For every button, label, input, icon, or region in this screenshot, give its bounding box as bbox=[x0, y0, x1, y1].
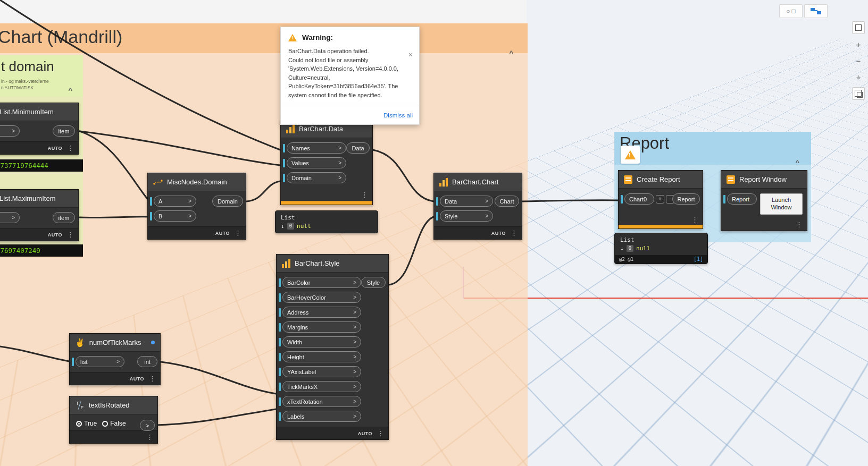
input-port-width[interactable]: Width> bbox=[282, 336, 361, 348]
kebab-menu-icon[interactable]: ⋮ bbox=[361, 191, 368, 198]
input-port-values[interactable]: Values> bbox=[287, 157, 346, 168]
close-icon[interactable]: × bbox=[408, 50, 413, 59]
input-port-tickmarksx[interactable]: TickMarksX> bbox=[282, 381, 361, 392]
node-textisrotated-header[interactable]: TF textIsRotated bbox=[70, 396, 157, 414]
input-port-height[interactable]: Height> bbox=[282, 351, 361, 362]
node-list-minimumitem-header[interactable]: List.MinimumItem bbox=[0, 103, 78, 121]
preview-bubble-create-report[interactable]: List ↓ 0 null @2 @1 [1] bbox=[614, 233, 708, 264]
node-list-maximumitem[interactable]: List.MaximumItem > item AUTO ⋮ bbox=[0, 189, 79, 241]
output-port-chart[interactable]: Chart bbox=[495, 196, 519, 207]
output-port-style[interactable]: Style bbox=[361, 277, 386, 288]
node-barchart-chart-header[interactable]: BarChart.Chart bbox=[434, 173, 522, 191]
expand-arrow-icon[interactable]: ↓ bbox=[281, 223, 285, 230]
node-barchart-style-header[interactable]: BarChart.Style bbox=[277, 255, 388, 273]
dynamo-workspace[interactable]: Chart (Mandrill) ^ t domain in.- og maks… bbox=[0, 0, 868, 466]
input-port-margins[interactable]: Margins> bbox=[282, 321, 361, 333]
output-port-domain[interactable]: Domain bbox=[212, 196, 243, 207]
input-port-chart0[interactable]: Chart0 bbox=[624, 193, 654, 205]
node-list-maximumitem-header[interactable]: List.MaximumItem bbox=[0, 190, 78, 208]
add-port-button[interactable]: + bbox=[656, 195, 664, 204]
input-port-a[interactable]: A> bbox=[154, 196, 196, 207]
orbit-button[interactable] bbox=[852, 87, 865, 100]
geometry-view-button[interactable]: ○ □ bbox=[779, 4, 803, 18]
group-report-collapse-icon[interactable]: ^ bbox=[795, 158, 799, 166]
input-port-report[interactable]: Report bbox=[727, 193, 757, 205]
navigation-toolbar: + − ↔↕ bbox=[852, 21, 865, 100]
input-port-yaxislabel[interactable]: YAxisLabel> bbox=[282, 366, 361, 377]
node-create-report[interactable]: Create Report Chart0 + − Report ⋮ bbox=[618, 170, 703, 229]
input-port-labels[interactable]: Labels> bbox=[282, 411, 361, 422]
port-connector bbox=[279, 323, 281, 332]
kebab-menu-icon[interactable]: ⋮ bbox=[796, 221, 803, 228]
output-port-item[interactable]: item bbox=[53, 212, 75, 223]
input-port-domain[interactable]: Domain> bbox=[287, 172, 346, 183]
input-port-list[interactable]: > bbox=[0, 125, 20, 137]
bar-chart-icon bbox=[286, 125, 295, 133]
node-miscnodes-domain[interactable]: MiscNodes.Domain A> B> Domain AUTO ⋮ bbox=[147, 173, 246, 240]
input-port-b[interactable]: B> bbox=[154, 210, 196, 222]
kebab-menu-icon[interactable]: ⋮ bbox=[377, 430, 384, 437]
input-port-address[interactable]: Address> bbox=[282, 307, 361, 318]
warning-title: Warning: bbox=[302, 33, 333, 41]
node-title: List.MaximumItem bbox=[0, 194, 55, 202]
kebab-menu-icon[interactable]: ⋮ bbox=[67, 231, 74, 238]
dismiss-all-link[interactable]: Dismiss all bbox=[383, 112, 413, 118]
kebab-menu-icon[interactable]: ⋮ bbox=[146, 434, 153, 440]
input-port-barcolor[interactable]: BarColor> bbox=[282, 277, 361, 288]
radio-false-label[interactable]: False bbox=[110, 420, 126, 427]
input-port-data[interactable]: Data> bbox=[440, 196, 493, 207]
node-title: Create Report bbox=[637, 175, 680, 183]
node-report-window[interactable]: Report Window Report Launch Window ⋮ bbox=[721, 170, 807, 231]
node-list-minimumitem[interactable]: List.MinimumItem > item AUTO ⋮ bbox=[0, 103, 79, 155]
output-port-data[interactable]: Data bbox=[346, 142, 370, 154]
input-port-xtextrotation[interactable]: xTextRotation> bbox=[282, 396, 361, 407]
radio-true[interactable] bbox=[76, 421, 82, 427]
circle-icon: ○ bbox=[786, 7, 790, 15]
zoom-in-button[interactable]: + bbox=[852, 38, 865, 50]
node-create-report-header[interactable]: Create Report bbox=[619, 171, 703, 189]
chevron-right-icon: > bbox=[353, 279, 356, 285]
group-report-warning-badge[interactable] bbox=[621, 146, 640, 164]
output-port-report[interactable]: Report bbox=[672, 193, 700, 205]
node-report-window-header[interactable]: Report Window bbox=[721, 171, 807, 189]
input-port-style[interactable]: Style> bbox=[440, 210, 493, 222]
node-barchart-chart[interactable]: BarChart.Chart Data> Style> Chart AUTO ⋮ bbox=[433, 173, 522, 240]
group-domain-collapse-icon[interactable]: ^ bbox=[68, 86, 72, 94]
node-barchart-style[interactable]: BarChart.Style BarColor> BarHoverColor> … bbox=[276, 254, 389, 440]
group-chart-collapse-icon[interactable]: ^ bbox=[509, 49, 513, 57]
node-miscnodes-domain-header[interactable]: MiscNodes.Domain bbox=[148, 173, 246, 191]
input-port-list[interactable]: > bbox=[0, 212, 20, 223]
input-port-names[interactable]: Names> bbox=[287, 142, 346, 154]
kebab-menu-icon[interactable]: ⋮ bbox=[511, 230, 518, 236]
kebab-menu-icon[interactable]: ⋮ bbox=[149, 375, 156, 382]
radio-true-label[interactable]: True bbox=[84, 420, 97, 427]
input-port-barhovercolor[interactable]: BarHoverColor> bbox=[282, 292, 361, 303]
chevron-right-icon: > bbox=[353, 399, 356, 404]
port-connector bbox=[72, 358, 74, 366]
node-textisrotated[interactable]: TF textIsRotated True False > ⋮ bbox=[69, 396, 158, 444]
launch-window-button[interactable]: Launch Window bbox=[760, 193, 803, 215]
kebab-menu-icon[interactable]: ⋮ bbox=[691, 216, 698, 223]
fit-icon bbox=[855, 24, 862, 31]
zoom-fit-button[interactable] bbox=[852, 21, 865, 34]
zoom-out-button[interactable]: − bbox=[852, 54, 865, 67]
expand-arrow-icon[interactable]: ↓ bbox=[620, 245, 624, 252]
chevron-right-icon: > bbox=[353, 339, 356, 345]
radio-false[interactable] bbox=[102, 421, 108, 427]
graph-view-button[interactable] bbox=[804, 4, 828, 18]
kebab-menu-icon[interactable]: ⋮ bbox=[67, 145, 74, 151]
node-barchart-data[interactable]: BarChart.Data Names> Values> Domain> bbox=[280, 120, 373, 205]
input-port-list[interactable]: list> bbox=[76, 356, 124, 367]
lacing-label: AUTO bbox=[130, 376, 144, 382]
output-port-item[interactable]: item bbox=[53, 125, 75, 137]
node-numoftickmarks-header[interactable]: ✌ numOfTickMarks bbox=[70, 334, 160, 352]
node-numoftickmarks[interactable]: ✌ numOfTickMarks list> int AUTO ⋮ bbox=[69, 333, 161, 385]
warning-popup: Warning: × BarChart.Data operation faile… bbox=[280, 27, 420, 125]
node-title: Report Window bbox=[739, 175, 787, 183]
pan-button[interactable]: ↔↕ bbox=[852, 71, 865, 83]
preview-bubble-barchart-data[interactable]: List ↓ 0 null bbox=[275, 210, 378, 233]
kebab-menu-icon[interactable]: ⋮ bbox=[235, 230, 241, 236]
output-port-bool[interactable]: > bbox=[140, 420, 155, 431]
output-port-int[interactable]: int bbox=[137, 356, 157, 367]
node-title: MiscNodes.Domain bbox=[167, 178, 227, 186]
